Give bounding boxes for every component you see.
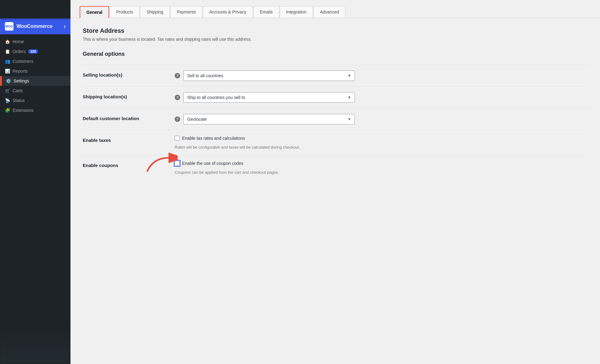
shipping-location-help-icon[interactable]: ? (175, 95, 180, 100)
enable-taxes-checkbox-label[interactable]: Enable tax rates and calculations (182, 136, 245, 141)
selling-location-input-cell: ? Sell to all countries Sell to specific… (175, 70, 588, 81)
orders-icon: 📋 (5, 49, 10, 54)
selling-location-help-icon[interactable]: ? (175, 73, 180, 78)
default-customer-location-select[interactable]: Geolocate No location by default Shop ba… (183, 114, 355, 124)
shipping-location-input-cell: ? Ship to all countries you sell to Ship… (175, 92, 588, 103)
sidebar-item-settings[interactable]: ⚙️ Settings (0, 76, 70, 86)
tab-shipping[interactable]: Shipping (140, 6, 170, 18)
shipping-location-label-cell: Shipping location(s) (83, 92, 169, 100)
tab-advanced[interactable]: Advanced (313, 6, 345, 18)
tab-payments[interactable]: Payments (170, 6, 202, 18)
sidebar-item-label: Carts (13, 88, 23, 93)
sidebar-bottom (0, 327, 70, 364)
shipping-location-select-wrap: Ship to all countries you sell to Ship t… (183, 92, 355, 103)
shipping-location-input-row: ? Ship to all countries you sell to Ship… (175, 92, 355, 103)
orders-badge: 329 (28, 49, 38, 54)
default-customer-location-input-row: ? Geolocate No location by default Shop … (175, 114, 355, 124)
shipping-location-label: Shipping location(s) (83, 94, 127, 99)
sidebar-item-label: Settings (13, 78, 29, 83)
shipping-location-select[interactable]: Ship to all countries you sell to Ship t… (183, 92, 355, 103)
selling-location-input-row: ? Sell to all countries Sell to specific… (175, 70, 355, 81)
form-row-enable-coupons: Enable coupons Enable (83, 155, 588, 180)
carts-icon: 🛒 (5, 88, 10, 93)
enable-taxes-checkbox-row: Enable tax rates and calculations (175, 136, 245, 141)
enable-taxes-input-cell: Enable tax rates and calculations Rates … (175, 136, 588, 150)
store-address-desc: This is where your business is located. … (83, 37, 588, 42)
selling-location-label-cell: Selling location(s) (83, 70, 169, 78)
tab-products[interactable]: Products (110, 6, 139, 18)
form-row-enable-taxes: Enable taxes Enable tax rates and calcul… (83, 130, 588, 155)
sidebar-item-label: Home (13, 39, 24, 44)
status-icon: 📡 (5, 98, 10, 103)
selling-location-select-wrap: Sell to all countries Sell to specific c… (183, 70, 355, 81)
sidebar-top-blur (0, 0, 70, 18)
sidebar-item-orders[interactable]: 📋 Orders 329 (0, 47, 70, 56)
enable-taxes-label: Enable taxes (83, 138, 111, 143)
default-customer-location-label-cell: Default customer location (83, 114, 169, 121)
customers-icon: 👥 (5, 59, 10, 64)
form-row-selling-location: Selling location(s) ? Sell to all countr… (83, 65, 588, 86)
sidebar-item-customers[interactable]: 👥 Customers (0, 56, 70, 66)
enable-taxes-desc: Rates will be configurable and taxes wil… (175, 145, 300, 150)
sidebar-item-extensions[interactable]: 🧩 Extensions (0, 105, 70, 115)
default-customer-location-input-cell: ? Geolocate No location by default Shop … (175, 114, 588, 124)
sidebar-collapse-icon[interactable]: ‹ (64, 23, 66, 30)
sidebar-brand[interactable]: woo WooCommerce ‹ (0, 18, 70, 34)
selling-location-select[interactable]: Sell to all countries Sell to specific c… (183, 70, 355, 81)
sidebar-nav: 🏠 Home 📋 Orders 329 👥 Customers 📊 Report… (0, 34, 70, 327)
woo-icon: woo (5, 22, 13, 31)
default-customer-location-select-wrap: Geolocate No location by default Shop ba… (183, 114, 355, 124)
enable-coupons-label: Enable coupons (83, 163, 118, 168)
enable-coupons-arrow-area: Enable the use of coupon codes (175, 161, 243, 166)
settings-icon: ⚙️ (6, 78, 11, 83)
enable-coupons-checkbox-row: Enable the use of coupon codes (175, 161, 243, 166)
reports-icon: 📊 (5, 69, 10, 74)
form-row-default-customer-location: Default customer location ? Geolocate No… (83, 108, 588, 130)
sidebar-item-label: Extensions (13, 108, 33, 113)
enable-coupons-checkbox-label[interactable]: Enable the use of coupon codes (182, 161, 243, 166)
enable-coupons-label-cell: Enable coupons (83, 161, 169, 168)
general-options-title: General options (83, 51, 588, 57)
sidebar-item-status[interactable]: 📡 Status (0, 96, 70, 105)
tab-accounts-privacy[interactable]: Accounts & Privacy (203, 6, 253, 18)
brand-label: WooCommerce (17, 24, 52, 29)
enable-coupons-desc: Coupons can be applied from the cart and… (175, 170, 279, 175)
home-icon: 🏠 (5, 39, 10, 44)
extensions-icon: 🧩 (5, 108, 10, 113)
default-customer-location-label: Default customer location (83, 116, 139, 121)
sidebar-item-label: Reports (13, 69, 28, 74)
sidebar: woo WooCommerce ‹ 🏠 Home 📋 Orders 329 👥 … (0, 0, 70, 364)
selling-location-label: Selling location(s) (83, 72, 122, 78)
enable-taxes-label-cell: Enable taxes (83, 136, 169, 143)
tab-general[interactable]: General (80, 6, 109, 18)
main-content: General Products Shipping Payments Accou… (70, 0, 600, 364)
settings-content: Store Address This is where your busines… (70, 18, 600, 189)
enable-taxes-checkbox[interactable] (175, 136, 180, 141)
tab-emails[interactable]: Emails (253, 6, 279, 18)
sidebar-item-reports[interactable]: 📊 Reports (0, 66, 70, 76)
enable-coupons-input-cell: Enable the use of coupon codes Coupons c… (175, 161, 588, 175)
store-address-title: Store Address (83, 27, 588, 34)
default-customer-location-help-icon[interactable]: ? (175, 116, 180, 122)
sidebar-item-carts[interactable]: 🛒 Carts (0, 86, 70, 96)
sidebar-item-label: Customers (13, 59, 33, 64)
sidebar-item-home[interactable]: 🏠 Home (0, 37, 70, 47)
form-row-shipping-location: Shipping location(s) ? Ship to all count… (83, 86, 588, 108)
sidebar-item-label: Orders (13, 49, 26, 54)
sidebar-item-label: Status (13, 98, 25, 103)
settings-tabs: General Products Shipping Payments Accou… (70, 0, 600, 18)
enable-coupons-checkbox[interactable] (175, 161, 180, 166)
tab-integration[interactable]: Integration (280, 6, 313, 18)
